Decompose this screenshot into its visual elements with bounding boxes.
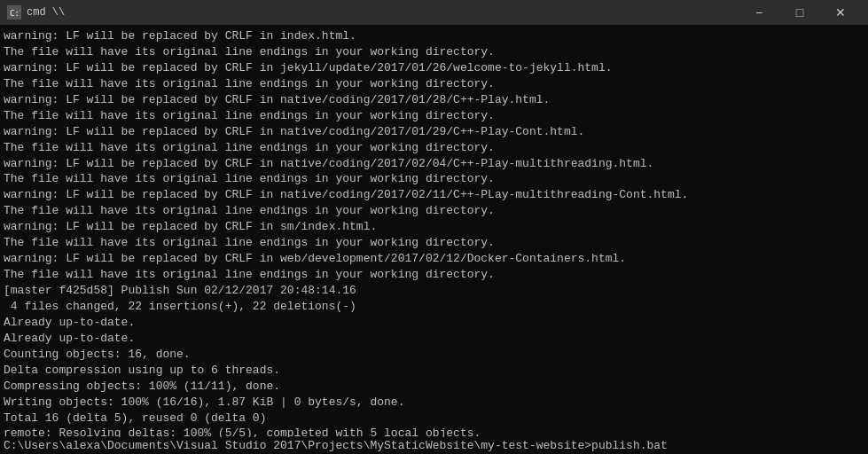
terminal-line: The file will have its original line end… <box>4 203 864 219</box>
terminal-line: warning: LF will be replaced by CRLF in … <box>4 124 864 140</box>
close-button[interactable]: ✕ <box>820 0 861 25</box>
terminal-window: C:\ cmd \\ − □ ✕ warning: LF will be rep… <box>0 0 868 454</box>
terminal-line: warning: LF will be replaced by CRLF in … <box>4 28 864 44</box>
terminal-line: Already up-to-date. <box>4 315 864 331</box>
window-controls: − □ ✕ <box>739 0 861 25</box>
terminal-line: The file will have its original line end… <box>4 76 864 92</box>
svg-text:C:\: C:\ <box>10 9 20 18</box>
terminal-line: 4 files changed, 22 insertions(+), 22 de… <box>4 299 864 315</box>
terminal-line: Counting objects: 16, done. <box>4 347 864 363</box>
terminal-line: warning: LF will be replaced by CRLF in … <box>4 219 864 235</box>
terminal-line: Compressing objects: 100% (11/11), done. <box>4 379 864 395</box>
terminal-body[interactable]: warning: LF will be replaced by CRLF in … <box>0 25 868 437</box>
cmd-icon: C:\ <box>7 5 21 20</box>
terminal-line: The file will have its original line end… <box>4 140 864 156</box>
terminal-line: Delta compression using up to 6 threads. <box>4 363 864 379</box>
terminal-line: warning: LF will be replaced by CRLF in … <box>4 187 864 203</box>
terminal-line: The file will have its original line end… <box>4 171 864 187</box>
terminal-line: warning: LF will be replaced by CRLF in … <box>4 251 864 267</box>
title-bar-left: C:\ cmd \\ <box>7 5 65 20</box>
terminal-line: warning: LF will be replaced by CRLF in … <box>4 60 864 76</box>
title-bar: C:\ cmd \\ − □ ✕ <box>0 0 868 25</box>
maximize-button[interactable]: □ <box>779 0 820 25</box>
terminal-line: [master f425d58] Publish Sun 02/12/2017 … <box>4 283 864 299</box>
terminal-line: The file will have its original line end… <box>4 44 864 60</box>
minimize-button[interactable]: − <box>739 0 779 25</box>
terminal-line: Already up-to-date. <box>4 331 864 347</box>
command-prompt: C:\Users\alexa\Documents\Visual Studio 2… <box>0 437 868 454</box>
terminal-line: warning: LF will be replaced by CRLF in … <box>4 92 864 108</box>
terminal-line: The file will have its original line end… <box>4 235 864 251</box>
terminal-line: remote: Resolving deltas: 100% (5/5), co… <box>4 426 864 437</box>
terminal-line: The file will have its original line end… <box>4 108 864 124</box>
terminal-line: The file will have its original line end… <box>4 267 864 283</box>
terminal-line: warning: LF will be replaced by CRLF in … <box>4 156 864 172</box>
window-title: cmd \\ <box>27 6 65 19</box>
terminal-line: Writing objects: 100% (16/16), 1.87 KiB … <box>4 395 864 411</box>
terminal-line: Total 16 (delta 5), reused 0 (delta 0) <box>4 411 864 427</box>
